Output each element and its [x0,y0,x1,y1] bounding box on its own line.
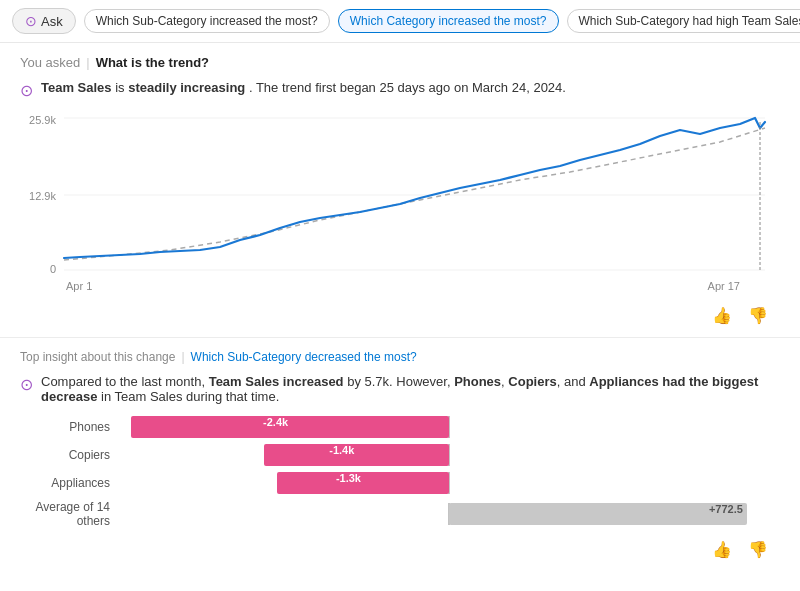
bar-row-appliances: Appliances -1.3k [20,472,780,494]
svg-text:0: 0 [50,263,56,275]
bar-fill-appliances: -1.3k [277,472,449,494]
chip-label-2: Which Sub-Category had high Team Sales? [579,14,800,28]
trend-icon: ⊙ [20,81,33,100]
top-insight-label: Top insight about this change [20,350,175,364]
svg-text:25.9k: 25.9k [29,114,56,126]
chip-label-1: Which Category increased the most? [350,14,547,28]
top-insight-row: Top insight about this change | Which Su… [20,350,780,364]
trend-chart-container: 25.9k 12.9k 0 Apr 1 Apr 17 [20,110,780,292]
feedback-row-2: 👍 👎 [20,534,780,565]
chart-x-labels: Apr 1 Apr 17 [20,280,780,292]
insight-description: ⊙ Compared to the last month, Team Sales… [20,374,780,404]
like-button-2[interactable]: 👍 [708,538,736,561]
you-asked-label: You asked [20,55,80,70]
chip-label-0: Which Sub-Category increased the most? [96,14,318,28]
trend-chart: 25.9k 12.9k 0 [20,110,775,280]
bar-row-copiers: Copiers -1.4k [20,444,780,466]
trend-status: steadily increasing [128,80,245,95]
ask-label: Ask [41,14,63,29]
bar-label-phones: Phones [20,420,110,434]
asked-question: What is the trend? [96,55,209,70]
like-button-1[interactable]: 👍 [708,304,736,327]
insight-body: Compared to the last month, Team Sales i… [41,374,780,404]
svg-text:12.9k: 12.9k [29,190,56,202]
bar-value-phones: -2.4k [263,416,288,428]
ask-icon: ⊙ [25,13,37,29]
bar-row-others: Average of 14 others +772.5 [20,500,780,528]
team-sales-label: Team Sales [41,80,112,95]
bar-track-appliances: -1.3k [118,472,780,494]
feedback-row-1: 👍 👎 [20,300,780,331]
trend-text: Team Sales is steadily increasing . The … [41,80,566,95]
bar-row-phones: Phones -2.4k [20,416,780,438]
bar-track-phones: -2.4k [118,416,780,438]
bar-chart: Phones -2.4k Copiers -1.4k Appliances [20,416,780,528]
separator2: | [181,350,184,364]
bar-label-others: Average of 14 others [20,500,110,528]
section-insight: Top insight about this change | Which Su… [0,338,800,571]
dislike-button-2[interactable]: 👎 [744,538,772,561]
bar-track-copiers: -1.4k [118,444,780,466]
bar-track-others: +772.5 [118,503,780,525]
separator: | [86,55,89,70]
chip-sub-cat-increase[interactable]: Which Sub-Category increased the most? [84,9,330,33]
bar-fill-phones: -2.4k [131,416,449,438]
bar-label-appliances: Appliances [20,476,110,490]
bar-fill-copiers: -1.4k [264,444,449,466]
bar-value-others: +772.5 [709,503,743,515]
chip-sub-cat-team[interactable]: Which Sub-Category had high Team Sales? [567,9,800,33]
x-label-right: Apr 17 [708,280,740,292]
section-trend: You asked | What is the trend? ⊙ Team Sa… [0,43,800,338]
insight-question-link[interactable]: Which Sub-Category decreased the most? [191,350,417,364]
topbar: ⊙ Ask Which Sub-Category increased the m… [0,0,800,43]
x-label-left: Apr 1 [66,280,92,292]
bar-fill-others: +772.5 [449,503,747,525]
chip-cat-increase[interactable]: Which Category increased the most? [338,9,559,33]
trend-suffix: . The trend first began 25 days ago on M… [249,80,566,95]
dislike-button-1[interactable]: 👎 [744,304,772,327]
ask-button[interactable]: ⊙ Ask [12,8,76,34]
you-asked-row: You asked | What is the trend? [20,55,780,70]
bar-value-appliances: -1.3k [336,472,361,484]
insight-icon: ⊙ [20,375,33,394]
trend-insight: ⊙ Team Sales is steadily increasing . Th… [20,80,780,100]
bar-value-copiers: -1.4k [329,444,354,456]
bar-label-copiers: Copiers [20,448,110,462]
